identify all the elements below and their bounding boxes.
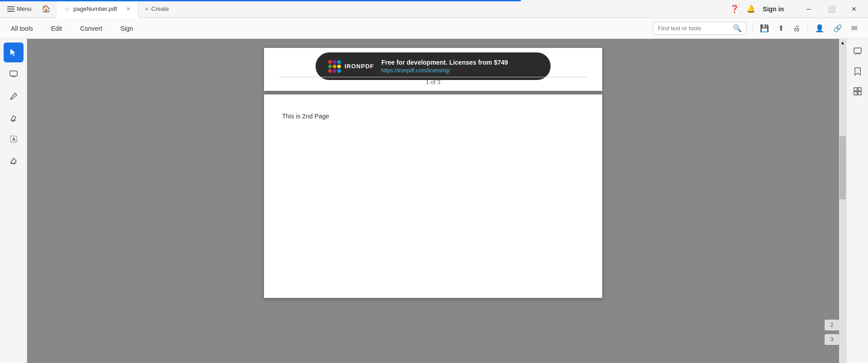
right-sidebar [846,39,868,363]
bookmark-tool[interactable] [849,62,867,80]
search-icon: 🔍 [733,24,742,33]
toolbar-right: 🔍 💾 ⬆ 🖨 👤 🔗 ✉ [653,22,861,35]
svg-rect-9 [858,88,861,91]
pdf-scroll-area[interactable]: IRONPDF Free for development. Licenses f… [27,39,839,363]
grid-tool[interactable] [849,82,867,100]
highlight-tool[interactable] [4,151,24,171]
hamburger-icon [7,6,14,12]
ironpdf-logo: IRONPDF [328,60,374,73]
ironpdf-banner: IRONPDF Free for development. Licenses f… [316,52,551,80]
minimize-button[interactable]: ─ [798,2,819,16]
save-button[interactable]: 💾 [756,22,773,35]
page-divider [279,77,587,77]
comment-panel-tool[interactable] [849,42,867,61]
left-sidebar: A [0,39,27,363]
notifications-icon[interactable]: 🔔 [746,5,755,13]
svg-text:A: A [12,137,15,142]
main-area: A [0,39,868,363]
page-2-text: This is 2nd Page [282,113,329,120]
pdf-page-1: IRONPDF Free for development. Licenses f… [264,48,602,91]
search-input[interactable] [658,25,730,32]
toolbar-divider-1 [752,23,753,34]
all-tools-button[interactable]: All tools [7,23,37,34]
help-icon[interactable]: ❓ [730,5,739,13]
page-2-badge[interactable]: 2 [825,320,839,330]
active-tab[interactable]: ☆ pageNumber.pdf ✕ [57,0,138,18]
title-bar-left: Menu 🏠 ☆ pageNumber.pdf ✕ ＋ Create [4,0,175,18]
ironpdf-free-text: Free for development. Licenses from $749 [382,59,508,66]
plus-icon: ＋ [144,5,150,13]
toolbar-actions: 💾 ⬆ 🖨 👤 🔗 ✉ [750,22,861,35]
star-icon: ☆ [64,5,70,13]
ironpdf-info: Free for development. Licenses from $749… [382,59,508,74]
home-button[interactable]: 🏠 [39,3,53,15]
maximize-button[interactable]: ⬜ [821,2,842,16]
edit-button[interactable]: Edit [47,23,66,34]
toolbar: All tools Edit Convert Sign 🔍 💾 ⬆ 🖨 👤 🔗 … [0,18,868,39]
close-tab-icon[interactable]: ✕ [126,6,131,12]
tab-title: pageNumber.pdf [74,5,117,12]
sign-button[interactable]: Sign [117,23,137,34]
page-indicator: 1 of 3 [426,79,441,85]
new-tab-button[interactable]: ＋ Create [138,0,175,18]
sign-in-button[interactable]: Sign in [763,5,784,13]
loading-progress-bar [0,0,521,1]
tab-area: ☆ pageNumber.pdf ✕ ＋ Create [57,0,175,18]
scroll-up-button[interactable]: ▲ [839,39,846,46]
content-area: IRONPDF Free for development. Licenses f… [27,39,846,363]
title-bar: Menu 🏠 ☆ pageNumber.pdf ✕ ＋ Create ❓ 🔔 S… [0,0,868,18]
title-bar-right: ❓ 🔔 Sign in ─ ⬜ ✕ [730,2,864,16]
convert-button[interactable]: Convert [76,23,106,34]
ironpdf-link[interactable]: https://ironpdf.com/licensing/ [382,67,508,74]
menu-button[interactable]: Menu [4,4,35,14]
ironpdf-logo-dots [328,60,341,73]
new-tab-label: Create [151,5,169,12]
svg-marker-0 [10,49,15,56]
account-button[interactable]: 👤 [811,22,828,35]
page-2-content: This is 2nd Page [264,94,602,138]
toolbar-divider-2 [807,23,808,34]
svg-rect-1 [10,71,17,76]
pencil-tool[interactable] [4,86,24,106]
pdf-page-2: This is 2nd Page [264,94,602,298]
menu-label: Menu [17,5,32,12]
select-tool[interactable] [4,42,24,62]
comment-tool[interactable] [4,64,24,84]
text-tool[interactable]: A [4,129,24,149]
upload-button[interactable]: ⬆ [774,22,788,35]
scroll-thumb[interactable] [840,136,846,199]
print-button[interactable]: 🖨 [789,22,804,35]
ironpdf-logo-text: IRONPDF [344,63,374,70]
svg-rect-11 [858,92,861,95]
mail-button[interactable]: ✉ [848,22,861,35]
search-box[interactable]: 🔍 [653,22,747,35]
link-button[interactable]: 🔗 [830,22,846,35]
window-controls: ─ ⬜ ✕ [798,2,864,16]
svg-rect-10 [854,92,857,95]
pdf-scrollbar[interactable]: ▲ [839,39,846,363]
page-number-bar: 1 of 3 [426,79,441,85]
eraser-tool[interactable] [4,108,24,127]
close-window-button[interactable]: ✕ [844,2,864,16]
page-3-badge[interactable]: 3 [825,334,839,345]
svg-rect-8 [854,88,857,91]
page-indicators: 2 3 [825,320,839,345]
